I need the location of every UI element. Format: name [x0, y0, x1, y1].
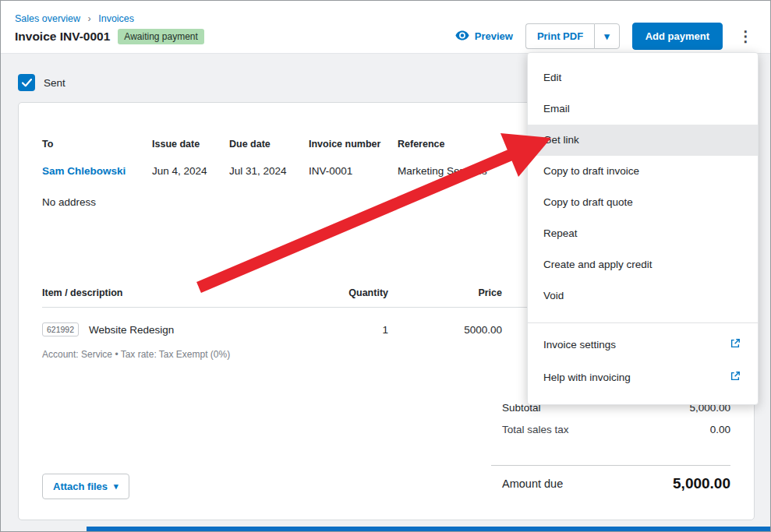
- column-header-price: Price: [408, 287, 502, 298]
- preview-button[interactable]: Preview: [455, 30, 513, 43]
- no-address-text: No address: [42, 196, 96, 208]
- preview-label: Preview: [475, 30, 513, 42]
- print-pdf-split-button: Print PDF ▾: [525, 23, 620, 49]
- help-with-invoicing-label: Help with invoicing: [543, 372, 631, 383]
- menu-item-copy-to-draft-invoice[interactable]: Copy to draft invoice: [528, 156, 758, 187]
- context-menu: Edit Email Get link Copy to draft invoic…: [527, 52, 759, 405]
- field-to: To Sam Chlebowski: [42, 139, 126, 177]
- breadcrumb-invoices[interactable]: Invoices: [98, 13, 134, 24]
- menu-divider: [528, 322, 758, 323]
- column-header-description: Item / description: [42, 287, 123, 298]
- menu-item-void[interactable]: Void: [528, 280, 758, 312]
- invoice-page: Sales overview › Invoices Invoice INV-00…: [0, 0, 771, 532]
- item-code-badge: 621992: [42, 322, 79, 336]
- tax-value: 0.00: [710, 424, 730, 435]
- menu-item-invoice-settings[interactable]: Invoice settings: [528, 328, 758, 361]
- status-badge: Awaiting payment: [118, 29, 204, 44]
- print-pdf-dropdown-button[interactable]: ▾: [594, 23, 620, 49]
- field-invoice-number: Invoice number INV-0001: [309, 139, 380, 177]
- field-reference-value: Marketing Services: [398, 165, 487, 177]
- menu-item-help-with-invoicing[interactable]: Help with invoicing: [528, 361, 758, 393]
- menu-item-copy-to-draft-quote[interactable]: Copy to draft quote: [528, 187, 758, 218]
- attach-files-label: Attach files: [53, 481, 108, 492]
- field-due-date-label: Due date: [229, 139, 287, 150]
- tax-label: Total sales tax: [502, 424, 569, 435]
- tax-row: Total sales tax 0.00: [502, 424, 730, 435]
- field-issue-date-label: Issue date: [152, 139, 207, 150]
- bottom-blue-strip: [87, 527, 770, 531]
- add-payment-button[interactable]: Add payment: [632, 23, 723, 50]
- field-due-date: Due date Jul 31, 2024: [229, 139, 287, 177]
- field-invoice-number-label: Invoice number: [309, 139, 380, 150]
- item-quantity: 1: [259, 324, 388, 336]
- menu-item-get-link[interactable]: Get link: [528, 125, 758, 156]
- menu-item-email[interactable]: Email: [528, 93, 758, 125]
- attach-files-button[interactable]: Attach files ▾: [42, 474, 129, 499]
- field-invoice-number-value: INV-0001: [309, 165, 380, 177]
- field-to-label: To: [42, 139, 126, 150]
- kebab-menu-icon[interactable]: ⋮: [735, 27, 756, 45]
- sent-row: Sent: [18, 74, 65, 91]
- contact-link[interactable]: Sam Chlebowski: [42, 165, 126, 177]
- sent-label: Sent: [44, 77, 65, 89]
- external-link-icon: [730, 371, 741, 384]
- sent-checkbox[interactable]: [18, 74, 35, 91]
- field-issue-date: Issue date Jun 4, 2024: [152, 139, 207, 177]
- item-price: 5000.00: [408, 324, 502, 336]
- field-due-date-value: Jul 31, 2024: [229, 165, 287, 177]
- eye-icon: [455, 30, 469, 43]
- field-reference-label: Reference: [398, 139, 487, 150]
- menu-item-repeat[interactable]: Repeat: [528, 218, 758, 249]
- item-description: Website Redesign: [89, 324, 174, 336]
- chevron-down-icon: ▾: [114, 481, 118, 491]
- page-title: Invoice INV-0001: [15, 30, 110, 44]
- header-actions: Preview Print PDF ▾ Add payment ⋮: [455, 23, 756, 50]
- title-row: Invoice INV-0001 Awaiting payment: [15, 29, 204, 44]
- breadcrumb: Sales overview › Invoices: [15, 13, 134, 24]
- breadcrumb-sales-overview[interactable]: Sales overview: [15, 13, 80, 24]
- field-reference: Reference Marketing Services: [398, 139, 487, 177]
- external-link-icon: [730, 338, 741, 351]
- breadcrumb-separator-icon: ›: [88, 13, 91, 24]
- menu-item-create-and-apply-credit[interactable]: Create and apply credit: [528, 249, 758, 280]
- chevron-down-icon: ▾: [604, 30, 610, 42]
- item-meta-text: Account: Service • Tax rate: Tax Exempt …: [42, 349, 230, 360]
- invoice-settings-label: Invoice settings: [543, 339, 616, 351]
- amount-due-row: Amount due 5,000.00: [502, 475, 730, 492]
- column-header-quantity: Quantity: [259, 287, 388, 298]
- amount-due-label: Amount due: [502, 477, 563, 490]
- amount-due-value: 5,000.00: [673, 475, 730, 492]
- field-issue-date-value: Jun 4, 2024: [152, 165, 207, 177]
- totals-divider: [491, 465, 730, 466]
- print-pdf-button[interactable]: Print PDF: [525, 23, 594, 49]
- top-bar: Sales overview › Invoices Invoice INV-00…: [1, 1, 770, 54]
- menu-item-edit[interactable]: Edit: [528, 62, 758, 93]
